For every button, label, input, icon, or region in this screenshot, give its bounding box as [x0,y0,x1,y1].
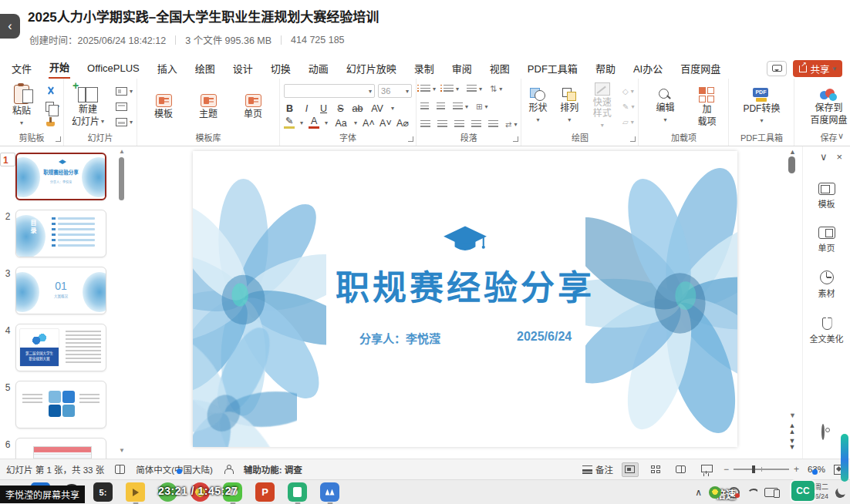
slideshow-button[interactable] [698,462,715,477]
copy-button[interactable]: ▾ [46,101,59,113]
slide-thumbnail-6[interactable] [15,438,106,459]
strikethrough-button[interactable]: S [335,103,346,114]
section-button[interactable]: ▾ [116,116,133,128]
menu-draw[interactable]: 绘图 [194,59,216,79]
current-slide[interactable]: 职规赛经验分享 分享人：李悦滢 2025/6/24 [193,151,737,447]
taskbar-blue-app[interactable] [320,482,339,502]
bullets-button[interactable]: ▾ [420,83,436,95]
normal-view-button[interactable] [622,462,639,477]
editing-button[interactable]: 编辑 ▾ [647,89,683,126]
increase-indent-button[interactable] [437,101,445,113]
font-size-select[interactable]: 36▾ [378,84,412,98]
dialog-launcher-icon[interactable] [513,136,518,142]
clear-formatting-button[interactable]: A⌀ [396,117,408,129]
menu-insert[interactable]: 插入 [157,59,178,79]
settings-gear-button[interactable] [820,425,834,439]
menu-review[interactable]: 审阅 [451,59,473,79]
slide-thumbnail-2[interactable]: 目录 [15,210,106,257]
character-spacing-button[interactable]: AV [369,103,386,114]
taskbar-notebook-app[interactable] [288,482,307,502]
highlight-color-button[interactable]: ✎ [284,117,295,129]
scrollbar-thumb[interactable] [119,157,124,200]
sidebar-item-material[interactable]: 素材 [818,270,835,299]
date-text[interactable]: 2025/6/24 [517,330,572,344]
columns-button[interactable] [488,120,498,129]
change-case-button[interactable]: Aa [333,118,349,129]
menu-officeplus[interactable]: OfficePLUS [86,61,140,77]
sort-button[interactable]: ⇅▾ [490,83,502,95]
grow-font-button[interactable]: A˄ [363,118,374,129]
menu-ai-office[interactable]: AI办公 [632,59,663,79]
zoom-in-button[interactable]: + [794,464,799,475]
sidebar-item-beautify[interactable]: 全文美化 [810,316,844,344]
format-painter-button[interactable] [46,116,59,128]
paste-button[interactable]: 粘贴 ▾ [4,85,39,129]
shape-fill-button[interactable]: ◇▾ [622,86,634,97]
menu-animations[interactable]: 动画 [308,59,329,79]
menu-file[interactable]: 文件 [11,59,32,79]
shrink-font-button[interactable]: A˅ [379,118,391,129]
slide-counter[interactable]: 幻灯片 第 1 张，共 33 张 [6,463,104,475]
align-center-button[interactable] [437,120,447,129]
slide-sorter-button[interactable] [647,462,664,477]
menu-baidu-netdisk[interactable]: 百度网盘 [680,59,721,79]
slide-thumbnail-5[interactable] [15,381,106,428]
save-to-baidu-button[interactable]: 保存到 百度网盘 [804,89,850,126]
tray-expand-chevron[interactable]: ∧ [695,487,702,498]
accessibility-status[interactable]: 辅助功能: 调查 [244,463,302,475]
reset-button[interactable] [116,101,133,113]
sidebar-item-template[interactable]: 模板 [818,183,835,210]
text-shadow-button[interactable]: ab [352,103,363,114]
scroll-down-icon[interactable]: ▼ [789,412,796,419]
taskbar-clock-app[interactable]: 5: [93,482,113,502]
sidebar-collapse-chevron[interactable]: ∨ [820,151,828,163]
justify-button[interactable] [471,120,481,129]
slide-title-text[interactable]: 职规赛经验分享 [193,260,737,310]
numbering-button[interactable]: ▾ [444,83,459,95]
addins-button[interactable]: 加 载项 [693,87,720,127]
paragraph-spacing-button[interactable]: ▾ [453,101,468,113]
zoom-slider-handle[interactable] [752,465,755,473]
menu-view[interactable]: 视图 [489,59,511,79]
shape-outline-button[interactable]: ✎▾ [622,101,634,113]
taskbar-file-explorer[interactable] [126,482,145,502]
dialog-launcher-icon[interactable] [408,136,413,142]
screen-share-handle[interactable] [841,434,848,482]
previous-slide-button[interactable]: ▲▲ [787,422,798,435]
reading-view-button[interactable] [673,462,690,477]
tray-sync-icon[interactable] [728,487,740,499]
menu-help[interactable]: 帮助 [595,59,616,79]
font-color-button[interactable]: A [309,117,319,129]
menu-slideshow[interactable]: 幻灯片放映 [346,59,397,79]
subtitles-cc-button[interactable]: CC [791,481,815,501]
italic-button[interactable]: I [301,103,312,114]
dialog-launcher-icon[interactable] [56,136,61,142]
menu-transitions[interactable]: 切换 [270,59,292,79]
thumbnail-scrollbar[interactable]: ▲ ▼ [116,148,126,459]
canvas-scrollbar[interactable]: ▲ ▼ [787,148,798,419]
pdf-convert-button[interactable]: PDF转换 ▾ [739,88,784,126]
notes-toggle-button[interactable]: 备注 [582,463,613,475]
underline-button[interactable]: U [318,103,329,114]
dialog-launcher-icon[interactable] [630,136,636,142]
zoom-slider[interactable] [734,469,789,470]
align-right-button[interactable] [454,120,464,129]
notes-book-icon[interactable] [115,465,125,474]
single-page-button[interactable]: 单页 [235,94,271,119]
line-spacing-button[interactable]: ▾ [467,83,482,95]
new-slide-button[interactable]: 新建 幻灯片▾ [68,87,108,127]
back-button[interactable]: ‹ [0,14,20,39]
slide-thumbnail-3[interactable]: 01 大赛概况 [15,267,106,314]
device-icon[interactable] [764,488,778,497]
scroll-up-icon[interactable]: ▲ [789,148,796,156]
system-clock[interactable]: 19:06 周二 2024/6/24 CC [785,482,828,502]
layout-button[interactable]: ▾ [116,86,133,97]
menu-design[interactable]: 设计 [232,59,254,79]
wifi-icon[interactable] [747,489,757,497]
cut-button[interactable] [46,86,59,97]
text-fit-button[interactable]: ⊞▾ [476,101,487,113]
comments-button[interactable] [767,61,787,76]
text-direction-button[interactable]: ⇄▾ [505,119,517,130]
scrollbar-thumb[interactable] [788,156,795,173]
sidebar-item-single-page[interactable]: 单页 [818,227,835,254]
